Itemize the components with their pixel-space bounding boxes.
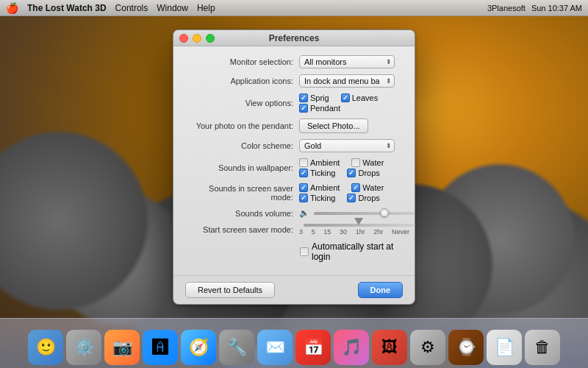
monitor-select-wrapper: All monitors ⬍ bbox=[299, 55, 395, 68]
wallpaper-drops-label: Drops bbox=[358, 169, 379, 177]
dock-item-files[interactable]: 📄 bbox=[487, 330, 522, 365]
color-scheme-row: Color scheme: Gold ⬍ bbox=[185, 139, 403, 152]
sounds-wallpaper-control: Ambient Water Ticking bbox=[299, 158, 403, 177]
app-icons-control: In dock and menu bar ⬍ bbox=[299, 74, 403, 88]
saver-tick-15: 15 bbox=[323, 228, 331, 236]
dock-item-trash[interactable]: 🗑 bbox=[525, 330, 560, 365]
dock-item-safari[interactable]: 🧭 bbox=[181, 330, 216, 365]
dock: 🙂 ⚙️ 📷 🅰 🧭 🔧 ✉️ 📅 🎵 🖼 ⚙ ⌚ 📄 🗑 bbox=[0, 318, 588, 368]
saver-drops-checkbox[interactable] bbox=[347, 194, 356, 202]
view-options-group: Sprig Leaves Pendant bbox=[299, 93, 378, 113]
saver-tick-2hr: 2hr bbox=[373, 228, 383, 236]
view-options-row: View options: Sprig Leaves bbox=[185, 93, 403, 113]
view-leaves-checkbox[interactable] bbox=[341, 93, 350, 102]
saver-mode-control: 3 5 15 30 1hr 2hr Never bbox=[299, 224, 415, 236]
wallpaper-water-checkbox[interactable] bbox=[351, 158, 360, 167]
sounds-wallpaper-row-1: Ambient Water bbox=[299, 158, 384, 167]
sounds-wallpaper-label: Sounds in wallpaper: bbox=[185, 163, 299, 172]
saver-tick-labels: 3 5 15 30 1hr 2hr Never bbox=[299, 228, 409, 236]
select-photo-button[interactable]: Select Photo... bbox=[299, 118, 368, 133]
wallpaper-ticking-checkbox[interactable] bbox=[299, 169, 308, 177]
saver-tick-never: Never bbox=[392, 228, 409, 236]
dock-item-prefs[interactable]: ⚙️ bbox=[66, 330, 101, 365]
done-button[interactable]: Done bbox=[358, 282, 404, 298]
photo-control: Select Photo... bbox=[299, 118, 403, 133]
controls-menu[interactable]: Controls bbox=[115, 3, 148, 13]
view-sprig-checkbox[interactable] bbox=[299, 93, 308, 102]
dialog-titlebar: Preferences bbox=[173, 30, 415, 46]
volume-label: Sounds volume: bbox=[185, 209, 299, 218]
wallpaper-drops-checkbox[interactable] bbox=[347, 169, 356, 177]
desktop: 🍎 The Lost Watch 3D Controls Window Help… bbox=[0, 0, 588, 368]
wallpaper-drops-item: Drops bbox=[347, 169, 379, 177]
dock-item-finder[interactable]: 🙂 bbox=[28, 330, 63, 365]
minimize-button[interactable] bbox=[193, 34, 201, 43]
window-controls bbox=[179, 34, 215, 43]
dock-item-mail[interactable]: ✉️ bbox=[257, 330, 293, 365]
dock-item-appstore[interactable]: 🅰 bbox=[143, 330, 178, 365]
volume-row: Sounds volume: 🔈 🔊 bbox=[185, 208, 403, 218]
volume-slider[interactable] bbox=[314, 212, 415, 215]
app-icons-select-wrapper: In dock and menu bar ⬍ bbox=[299, 74, 395, 88]
maximize-button[interactable] bbox=[206, 34, 215, 43]
monitor-control: All monitors ⬍ bbox=[299, 55, 403, 68]
saver-water-checkbox[interactable] bbox=[351, 183, 360, 192]
color-select[interactable]: Gold bbox=[299, 139, 395, 152]
color-select-wrapper: Gold ⬍ bbox=[299, 139, 395, 152]
auto-login-checkbox[interactable] bbox=[300, 247, 309, 256]
window-menu[interactable]: Window bbox=[157, 3, 188, 13]
saver-drops-label: Drops bbox=[358, 194, 379, 202]
dock-item-itunes[interactable]: 🎵 bbox=[334, 330, 369, 365]
saver-thumb-shape bbox=[354, 218, 363, 225]
app-icons-select[interactable]: In dock and menu bar bbox=[299, 74, 395, 88]
wallpaper-ticking-item: Ticking bbox=[299, 169, 335, 177]
dialog-title: Preferences bbox=[269, 33, 320, 43]
saver-drops-item: Drops bbox=[347, 194, 379, 202]
dock-item-watch[interactable]: ⌚ bbox=[448, 330, 484, 365]
volume-thumb[interactable] bbox=[380, 208, 389, 217]
menubar-right: 3Planesoft Sun 10:37 AM bbox=[487, 4, 582, 13]
saver-ticking-checkbox[interactable] bbox=[299, 194, 308, 202]
saver-ambient-checkbox[interactable] bbox=[299, 183, 308, 192]
app-icons-row: Application icons: In dock and menu bar … bbox=[185, 74, 403, 88]
sounds-wallpaper-group: Ambient Water Ticking bbox=[299, 158, 384, 177]
view-leaves-item: Leaves bbox=[341, 93, 378, 102]
saver-slider[interactable] bbox=[304, 224, 414, 227]
sounds-saver-row-2: Ticking Drops bbox=[299, 194, 384, 202]
dock-item-calendar[interactable]: 📅 bbox=[295, 330, 331, 365]
wallpaper-ambient-checkbox[interactable] bbox=[299, 158, 308, 167]
app-icons-label: Application icons: bbox=[185, 77, 299, 85]
menubar-left: 🍎 The Lost Watch 3D Controls Window Help bbox=[6, 2, 215, 14]
saver-water-label: Water bbox=[362, 183, 384, 192]
sounds-saver-label: Sounds in screen saver mode: bbox=[185, 184, 299, 202]
view-row-2: Pendant bbox=[299, 104, 378, 113]
help-menu[interactable]: Help bbox=[197, 3, 215, 13]
wallpaper-water-label: Water bbox=[362, 158, 384, 167]
saver-ambient-label: Ambient bbox=[310, 183, 340, 192]
close-button[interactable] bbox=[179, 34, 188, 43]
clock-label: Sun 10:37 AM bbox=[531, 4, 582, 13]
dialog-footer: Revert to Defaults Done bbox=[173, 275, 415, 304]
view-leaves-label: Leaves bbox=[352, 93, 378, 102]
view-pendant-item: Pendant bbox=[299, 104, 340, 113]
dock-item-gear[interactable]: ⚙ bbox=[410, 330, 445, 365]
view-options-label: View options: bbox=[185, 99, 299, 107]
color-scheme-label: Color scheme: bbox=[185, 141, 299, 150]
saver-tick-3: 3 bbox=[299, 228, 303, 236]
revert-button[interactable]: Revert to Defaults bbox=[185, 282, 275, 298]
preferences-dialog: Preferences Monitor selection: All monit… bbox=[173, 29, 415, 305]
dock-item-iphoto[interactable]: 🖼 bbox=[372, 330, 407, 365]
menubar: 🍎 The Lost Watch 3D Controls Window Help… bbox=[0, 0, 588, 16]
view-pendant-checkbox[interactable] bbox=[299, 104, 308, 113]
volume-control: 🔈 🔊 bbox=[299, 208, 415, 218]
monitor-select[interactable]: All monitors bbox=[299, 55, 395, 68]
dock-item-photos[interactable]: 📷 bbox=[104, 330, 140, 365]
dock-item-syspref[interactable]: 🔧 bbox=[219, 330, 254, 365]
saver-thumb[interactable] bbox=[354, 218, 363, 225]
view-sprig-item: Sprig bbox=[299, 93, 329, 102]
view-row-1: Sprig Leaves bbox=[299, 93, 378, 102]
app-name-menu[interactable]: The Lost Watch 3D bbox=[27, 3, 107, 13]
saver-tick-1hr: 1hr bbox=[356, 228, 365, 236]
apple-logo-icon[interactable]: 🍎 bbox=[6, 2, 18, 14]
auto-login-label: Automatically start at login bbox=[312, 241, 403, 262]
